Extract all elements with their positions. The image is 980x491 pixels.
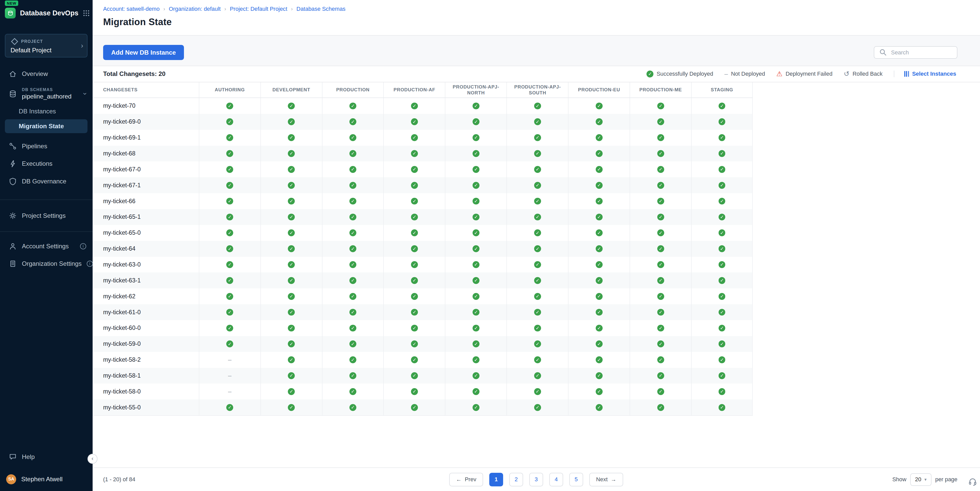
table-row[interactable]: my-ticket-61-0✓✓✓✓✓✓✓✓✓ bbox=[92, 304, 753, 320]
status-deployed: ✓ bbox=[260, 98, 322, 114]
sidebar-collapse-button[interactable]: ‹ bbox=[88, 454, 97, 464]
table-row[interactable]: my-ticket-58-0–✓✓✓✓✓✓✓✓ bbox=[92, 383, 753, 399]
sidebar-item-db-schemas[interactable]: DB SCHEMAS pipeline_authored › bbox=[0, 84, 92, 103]
changeset-name[interactable]: my-ticket-59-0 bbox=[92, 336, 199, 352]
sidebar-item-migration-state[interactable]: Migration State bbox=[5, 119, 88, 133]
pager: ←Prev 12345 Next→ bbox=[449, 473, 623, 487]
status-deployed: ✓ bbox=[383, 146, 445, 162]
changeset-name[interactable]: my-ticket-58-2 bbox=[92, 352, 199, 368]
table-row[interactable]: my-ticket-64✓✓✓✓✓✓✓✓✓ bbox=[92, 241, 753, 257]
table-row[interactable]: my-ticket-65-1✓✓✓✓✓✓✓✓✓ bbox=[92, 209, 753, 225]
table-row[interactable]: my-ticket-69-0✓✓✓✓✓✓✓✓✓ bbox=[92, 114, 753, 130]
success-check-icon: ✓ bbox=[473, 325, 479, 332]
legend-rolled-back: ↺ Rolled Back bbox=[844, 70, 883, 78]
table-row[interactable]: my-ticket-58-2–✓✓✓✓✓✓✓✓ bbox=[92, 352, 753, 368]
changeset-name[interactable]: my-ticket-60-0 bbox=[92, 320, 199, 336]
help-button[interactable]: Help bbox=[0, 450, 92, 464]
add-db-instance-button[interactable]: Add New DB Instance bbox=[103, 45, 184, 60]
page-button-3[interactable]: 3 bbox=[529, 473, 543, 487]
search-input[interactable] bbox=[891, 49, 952, 56]
page-button-4[interactable]: 4 bbox=[549, 473, 563, 487]
table-row[interactable]: my-ticket-67-0✓✓✓✓✓✓✓✓✓ bbox=[92, 161, 753, 177]
info-icon[interactable]: i bbox=[87, 261, 93, 267]
status-deployed: ✓ bbox=[199, 146, 260, 162]
changeset-name[interactable]: my-ticket-63-1 bbox=[92, 272, 199, 288]
table-row[interactable]: my-ticket-66✓✓✓✓✓✓✓✓✓ bbox=[92, 193, 753, 209]
table-row[interactable]: my-ticket-55-0✓✓✓✓✓✓✓✓✓ bbox=[92, 399, 753, 415]
status-deployed: ✓ bbox=[691, 130, 753, 146]
table-row[interactable]: my-ticket-68✓✓✓✓✓✓✓✓✓ bbox=[92, 146, 753, 162]
sidebar-item-label: Migration State bbox=[19, 122, 64, 130]
sidebar-item-executions[interactable]: Executions bbox=[0, 157, 92, 171]
search-box[interactable] bbox=[874, 46, 958, 59]
info-icon[interactable]: i bbox=[80, 243, 86, 249]
changeset-name[interactable]: my-ticket-70 bbox=[92, 98, 199, 114]
status-deployed: ✓ bbox=[506, 383, 568, 399]
success-check-icon: ✓ bbox=[349, 356, 356, 363]
sidebar-item-pipelines[interactable]: Pipelines bbox=[0, 139, 92, 153]
changeset-name[interactable]: my-ticket-67-0 bbox=[92, 161, 199, 177]
success-check-icon: ✓ bbox=[411, 118, 418, 125]
status-not-deployed: – bbox=[199, 352, 260, 368]
changeset-name[interactable]: my-ticket-65-1 bbox=[92, 209, 199, 225]
status-deployed: ✓ bbox=[199, 130, 260, 146]
status-deployed: ✓ bbox=[322, 130, 383, 146]
page-button-1[interactable]: 1 bbox=[489, 473, 503, 487]
changeset-name[interactable]: my-ticket-58-0 bbox=[92, 383, 199, 399]
sidebar-item-organization-settings[interactable]: Organization Settings i bbox=[0, 257, 92, 271]
status-deployed: ✓ bbox=[568, 368, 630, 384]
breadcrumb-link-organization[interactable]: Organization: default bbox=[169, 6, 221, 12]
page-size-select[interactable]: 20 ▾ bbox=[910, 473, 932, 486]
support-icon[interactable] bbox=[968, 477, 977, 486]
page-button-5[interactable]: 5 bbox=[569, 473, 583, 487]
success-check-icon: ✓ bbox=[226, 198, 233, 205]
changeset-name[interactable]: my-ticket-55-0 bbox=[92, 399, 199, 415]
status-deployed: ✓ bbox=[691, 288, 753, 304]
next-page-button[interactable]: Next→ bbox=[589, 473, 623, 487]
changeset-name[interactable]: my-ticket-66 bbox=[92, 193, 199, 209]
not-deployed-dash-icon: – bbox=[228, 388, 232, 394]
table-row[interactable]: my-ticket-63-0✓✓✓✓✓✓✓✓✓ bbox=[92, 257, 753, 273]
status-deployed: ✓ bbox=[445, 114, 506, 130]
changeset-name[interactable]: my-ticket-64 bbox=[92, 241, 199, 257]
table-row[interactable]: my-ticket-65-0✓✓✓✓✓✓✓✓✓ bbox=[92, 225, 753, 241]
changeset-name[interactable]: my-ticket-58-1 bbox=[92, 368, 199, 384]
breadcrumb-link-project[interactable]: Project: Default Project bbox=[230, 6, 287, 12]
user-menu[interactable]: SA Stephen Atwell bbox=[0, 472, 92, 486]
status-legend: ✓ Successfully Deployed – Not Deployed ⚠… bbox=[646, 70, 956, 78]
success-check-icon: ✓ bbox=[719, 277, 725, 284]
sidebar-item-db-governance[interactable]: DB Governance bbox=[0, 175, 92, 188]
changeset-name[interactable]: my-ticket-69-0 bbox=[92, 114, 199, 130]
breadcrumb-link-account[interactable]: Account: satwell-demo bbox=[103, 6, 159, 12]
page-button-2[interactable]: 2 bbox=[509, 473, 523, 487]
changeset-name[interactable]: my-ticket-69-1 bbox=[92, 130, 199, 146]
table-row[interactable]: my-ticket-62✓✓✓✓✓✓✓✓✓ bbox=[92, 288, 753, 304]
changeset-name[interactable]: my-ticket-61-0 bbox=[92, 304, 199, 320]
prev-page-button[interactable]: ←Prev bbox=[449, 473, 483, 487]
changeset-name[interactable]: my-ticket-68 bbox=[92, 146, 199, 162]
table-row[interactable]: my-ticket-69-1✓✓✓✓✓✓✓✓✓ bbox=[92, 130, 753, 146]
changeset-name[interactable]: my-ticket-65-0 bbox=[92, 225, 199, 241]
apps-grid-icon[interactable] bbox=[83, 10, 90, 17]
sidebar-item-project-settings[interactable]: Project Settings bbox=[0, 209, 92, 222]
table-row[interactable]: my-ticket-63-1✓✓✓✓✓✓✓✓✓ bbox=[92, 272, 753, 288]
success-check-icon: ✓ bbox=[411, 150, 418, 157]
success-check-icon: ✓ bbox=[473, 245, 479, 252]
changeset-name[interactable]: my-ticket-67-1 bbox=[92, 177, 199, 193]
breadcrumb-link-database-schemas[interactable]: Database Schemas bbox=[297, 6, 345, 12]
sidebar-item-overview[interactable]: Overview bbox=[0, 67, 92, 81]
table-row[interactable]: my-ticket-59-0✓✓✓✓✓✓✓✓✓ bbox=[92, 336, 753, 352]
table-row[interactable]: my-ticket-58-1–✓✓✓✓✓✓✓✓ bbox=[92, 368, 753, 384]
status-deployed: ✓ bbox=[260, 399, 322, 415]
changeset-name[interactable]: my-ticket-63-0 bbox=[92, 257, 199, 273]
changeset-name[interactable]: my-ticket-62 bbox=[92, 288, 199, 304]
table-row[interactable]: my-ticket-70✓✓✓✓✓✓✓✓✓ bbox=[92, 98, 753, 114]
sidebar-item-account-settings[interactable]: Account Settings i bbox=[0, 239, 92, 253]
select-instances-link[interactable]: Select Instances bbox=[894, 70, 956, 77]
table-row[interactable]: my-ticket-67-1✓✓✓✓✓✓✓✓✓ bbox=[92, 177, 753, 193]
sidebar-item-db-instances[interactable]: DB Instances bbox=[5, 105, 88, 118]
table-row[interactable]: my-ticket-60-0✓✓✓✓✓✓✓✓✓ bbox=[92, 320, 753, 336]
status-deployed: ✓ bbox=[630, 177, 691, 193]
project-selector[interactable]: PROJECT Default Project › bbox=[5, 34, 88, 58]
success-check-icon: ✓ bbox=[411, 372, 418, 379]
